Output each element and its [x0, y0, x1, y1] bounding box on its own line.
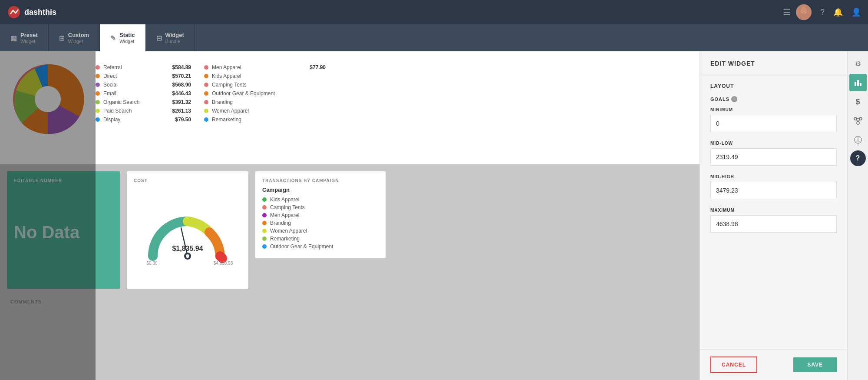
legend-men-apparel: Men Apparel $77.90 — [204, 64, 326, 70]
kids-dot — [204, 74, 208, 78]
campaign-women: Women Apparel — [262, 228, 379, 234]
legend-branding: Branding — [204, 99, 326, 105]
top-nav: dashthis ☰ ? 🔔 👤 — [0, 0, 868, 24]
notification-icon[interactable]: 🔔 — [833, 7, 843, 17]
social-dot — [96, 83, 100, 87]
gauge-title: COST — [134, 178, 241, 183]
tab-custom-widget[interactable]: ⊞ Custom Widget — [49, 24, 100, 51]
camp-brand-label: Branding — [270, 220, 291, 226]
tab-preset-widget[interactable]: ▦ Preset Widget — [0, 24, 49, 51]
custom-icon: ⊞ — [59, 34, 65, 42]
outdoor-label: Outdoor Gear & Equipment — [212, 90, 326, 97]
user-icon[interactable]: 👤 — [851, 7, 861, 17]
dashboard-area: Referral $584.89 Direct $570.21 Social $… — [0, 51, 700, 380]
camp-remark-label: Remarketing — [270, 236, 300, 242]
midlow-input[interactable] — [710, 148, 837, 166]
widget-row: EDITABLE NUMBER No Data COST — [0, 164, 700, 292]
custom-label: Custom — [68, 32, 89, 39]
legend-social: Social $568.90 — [96, 82, 191, 88]
cancel-button[interactable]: CANCEL — [710, 357, 757, 373]
svg-text:$1,835.94: $1,835.94 — [172, 245, 203, 252]
camp-women-dot — [262, 229, 267, 233]
flow-sidebar-icon[interactable] — [849, 112, 867, 130]
logo-icon — [7, 5, 21, 19]
referral-dot — [96, 65, 100, 70]
edit-panel-footer: CANCEL SAVE — [700, 349, 847, 380]
edit-widget-panel: EDIT WIDGET LAYOUT GOALS i MINIMUM MID-L… — [700, 51, 847, 380]
legend-remarketing: Remarketing — [204, 117, 326, 123]
svg-point-18 — [857, 122, 859, 124]
dollar-sidebar-icon[interactable]: $ — [849, 93, 867, 110]
direct-label: Direct — [103, 73, 157, 79]
maximum-label: MAXIMUM — [710, 208, 837, 213]
camp-men-dot — [262, 213, 267, 217]
right-sidebar: ⚙ $ ⓘ ? — [847, 51, 868, 380]
edit-panel-title: EDIT WIDGET — [710, 60, 837, 67]
remarketing-label: Remarketing — [212, 117, 326, 123]
svg-point-9 — [186, 254, 189, 258]
hamburger-icon[interactable]: ☰ — [783, 7, 791, 17]
social-value: $568.90 — [161, 82, 191, 88]
static-label: Static — [119, 32, 135, 39]
organic-dot — [96, 100, 100, 104]
minimum-label: MINIMUM — [710, 107, 837, 112]
legend-referral: Referral $584.89 — [96, 64, 191, 70]
save-button[interactable]: SAVE — [793, 357, 837, 372]
camp-camping-label: Camping Tents — [270, 204, 305, 210]
camp-brand-dot — [262, 221, 267, 225]
nav-right: ? 🔔 👤 — [796, 4, 861, 20]
branding-label: Branding — [212, 99, 326, 105]
svg-rect-14 — [857, 80, 859, 86]
comments-section: COMMENTS — [0, 292, 700, 311]
midhigh-input[interactable] — [710, 182, 837, 199]
help-nav-icon[interactable]: ? — [820, 8, 825, 17]
men-dot — [204, 65, 208, 70]
preset-label: Preset — [20, 32, 38, 39]
maximum-field-group: MAXIMUM — [710, 208, 837, 233]
tab-widget-bundle[interactable]: ⊟ Widget Bundle — [146, 24, 195, 51]
men-value: $77.90 — [295, 64, 326, 70]
main-content: Referral $584.89 Direct $570.21 Social $… — [0, 51, 868, 380]
women-label: Women Apparel — [212, 108, 326, 114]
user-avatar[interactable] — [796, 4, 812, 20]
campaign-title: TRANSACTIONS BY CAMPAIGN — [262, 178, 379, 183]
midhigh-field-group: MID-HIGH — [710, 174, 837, 199]
campaign-outdoor: Outdoor Gear & Equipment — [262, 243, 379, 250]
layout-label: LAYOUT — [710, 83, 837, 89]
help-sidebar-icon[interactable]: ? — [850, 150, 866, 166]
outdoor-dot — [204, 91, 208, 96]
campaign-men: Men Apparel — [262, 212, 379, 218]
tab-static-widget[interactable]: ✎ Static Widget — [100, 24, 145, 51]
svg-line-20 — [856, 120, 858, 122]
camp-kids-label: Kids Apparel — [270, 197, 299, 203]
display-dot — [96, 117, 100, 122]
minimum-input[interactable] — [710, 115, 837, 132]
branding-dot — [204, 100, 208, 104]
email-value: $446.43 — [161, 90, 191, 97]
midlow-field-group: MID-LOW — [710, 141, 837, 166]
minimum-field-group: MINIMUM — [710, 107, 837, 132]
campaign-remarketing: Remarketing — [262, 236, 379, 242]
pie-section: Referral $584.89 Direct $570.21 Social $… — [0, 51, 700, 164]
gauge-svg: $1,835.94 $0.00 $4,638.98 — [140, 200, 235, 269]
static-sub: Widget — [119, 39, 135, 44]
maximum-input[interactable] — [710, 215, 837, 233]
legend-display: Display $79.50 — [96, 117, 191, 123]
preset-icon: ▦ — [10, 34, 17, 42]
social-label: Social — [103, 82, 157, 88]
gauge-container: $1,835.94 $0.00 $4,638.98 — [134, 187, 241, 282]
campaign-kids: Kids Apparel — [262, 197, 379, 203]
settings-sidebar-icon[interactable]: ⚙ — [849, 55, 867, 72]
legend-outdoor: Outdoor Gear & Equipment — [204, 90, 326, 97]
campaign-header: Campaign — [262, 187, 379, 193]
chart-sidebar-icon[interactable] — [849, 74, 867, 91]
legend-kids-apparel: Kids Apparel — [204, 73, 326, 79]
goals-info-icon[interactable]: i — [731, 96, 737, 102]
referral-value: $584.89 — [161, 64, 191, 70]
info-sidebar-icon[interactable]: ⓘ — [849, 131, 867, 149]
camp-camping-dot — [262, 205, 267, 210]
widget-type-bar: ▦ Preset Widget ⊞ Custom Widget ✎ Static… — [0, 24, 868, 51]
legend-direct: Direct $570.21 — [96, 73, 191, 79]
legend-col-right: Men Apparel $77.90 Kids Apparel Camping … — [204, 64, 326, 155]
svg-rect-13 — [855, 82, 856, 86]
